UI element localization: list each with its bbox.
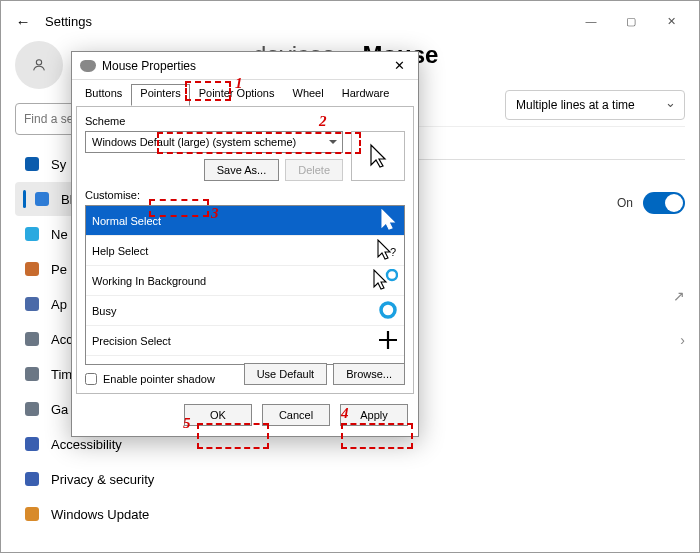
svg-point-2	[387, 270, 397, 280]
delete-button: Delete	[285, 159, 343, 181]
close-button[interactable]: ✕	[651, 3, 691, 39]
pointer-item-label: Precision Select	[92, 335, 171, 347]
sidebar-item-label: Accessibility	[51, 437, 122, 452]
external-link-icon: ↗	[673, 288, 685, 304]
pointer-item-help-select[interactable]: Help Select?	[86, 236, 404, 266]
save-as-button[interactable]: Save As...	[204, 159, 280, 181]
pointer-item-label: Normal Select	[92, 215, 161, 227]
sidebar-icon	[33, 190, 51, 208]
precision-icon	[378, 330, 398, 352]
cursor-white-icon	[380, 209, 398, 233]
sidebar-item-label: Windows Update	[51, 507, 149, 522]
pointer-item-label: Working In Background	[92, 275, 206, 287]
svg-point-3	[381, 303, 395, 317]
scheme-label: Scheme	[85, 115, 405, 127]
cursor-help-icon: ?	[376, 239, 398, 263]
pointer-preview	[351, 131, 405, 181]
maximize-button[interactable]: ▢	[611, 3, 651, 39]
sidebar-item-label: Acc	[51, 332, 73, 347]
browse-button[interactable]: Browse...	[333, 363, 405, 385]
sidebar-icon	[23, 225, 41, 243]
sidebar-item-privacy-security[interactable]: Privacy & security	[15, 462, 235, 496]
sidebar-icon	[23, 470, 41, 488]
cancel-button[interactable]: Cancel	[262, 404, 330, 426]
chevron-right-icon: ›	[680, 332, 685, 348]
sidebar-icon	[23, 330, 41, 348]
tab-wheel[interactable]: Wheel	[284, 84, 333, 106]
pointer-item-busy[interactable]: Busy	[86, 296, 404, 326]
pointer-item-label: Busy	[92, 305, 116, 317]
pointer-shadow-checkbox[interactable]	[85, 373, 97, 385]
sidebar-icon	[23, 155, 41, 173]
pointer-shadow-label: Enable pointer shadow	[103, 373, 215, 385]
user-icon	[31, 57, 47, 73]
cursor-bg-icon	[372, 269, 398, 293]
mouse-properties-dialog: Mouse Properties ✕ ButtonsPointersPointe…	[71, 51, 419, 437]
hover-toggle[interactable]	[643, 192, 685, 214]
mouse-icon	[80, 60, 96, 72]
sidebar-icon	[23, 365, 41, 383]
tab-pointer-options[interactable]: Pointer Options	[190, 84, 284, 106]
sidebar-icon	[23, 260, 41, 278]
scheme-select[interactable]: Windows Default (large) (system scheme)	[85, 131, 343, 153]
busy-icon	[378, 300, 398, 322]
use-default-button[interactable]: Use Default	[244, 363, 327, 385]
avatar[interactable]	[15, 41, 63, 89]
ok-button[interactable]: OK	[184, 404, 252, 426]
sidebar-icon	[23, 400, 41, 418]
pointer-item-normal-select[interactable]: Normal Select	[86, 206, 404, 236]
sidebar-item-label: Privacy & security	[51, 472, 154, 487]
tab-buttons[interactable]: Buttons	[76, 84, 131, 106]
dialog-title: Mouse Properties	[102, 59, 196, 73]
sidebar-item-label: Tim	[51, 367, 72, 382]
svg-text:?: ?	[390, 246, 396, 258]
apply-button[interactable]: Apply	[340, 404, 408, 426]
pointer-item-label: Help Select	[92, 245, 148, 257]
cursor-icon	[368, 143, 388, 169]
sidebar-icon	[23, 435, 41, 453]
sidebar-item-label: Sy	[51, 157, 66, 172]
sidebar-item-windows-update[interactable]: Windows Update	[15, 497, 235, 531]
hover-state: On	[617, 196, 633, 210]
svg-point-0	[36, 60, 41, 65]
pointer-list[interactable]: Normal SelectHelp Select?Working In Back…	[85, 205, 405, 365]
sidebar-item-label: Ga	[51, 402, 68, 417]
pointer-item-working-in-background[interactable]: Working In Background	[86, 266, 404, 296]
app-title: Settings	[45, 14, 92, 29]
tab-pointers[interactable]: Pointers	[131, 84, 189, 106]
pointer-item-precision-select[interactable]: Precision Select	[86, 326, 404, 356]
sidebar-icon	[23, 295, 41, 313]
sidebar-item-label: Ap	[51, 297, 67, 312]
scroll-dropdown[interactable]: Multiple lines at a time	[505, 90, 685, 120]
sidebar-item-label: Ne	[51, 227, 68, 242]
sidebar-icon	[23, 505, 41, 523]
dialog-close-button[interactable]: ✕	[388, 58, 410, 73]
sidebar-item-label: Pe	[51, 262, 67, 277]
minimize-button[interactable]: ―	[571, 3, 611, 39]
tab-hardware[interactable]: Hardware	[333, 84, 399, 106]
customise-label: Customise:	[85, 189, 405, 201]
back-button[interactable]: ←	[9, 7, 37, 35]
